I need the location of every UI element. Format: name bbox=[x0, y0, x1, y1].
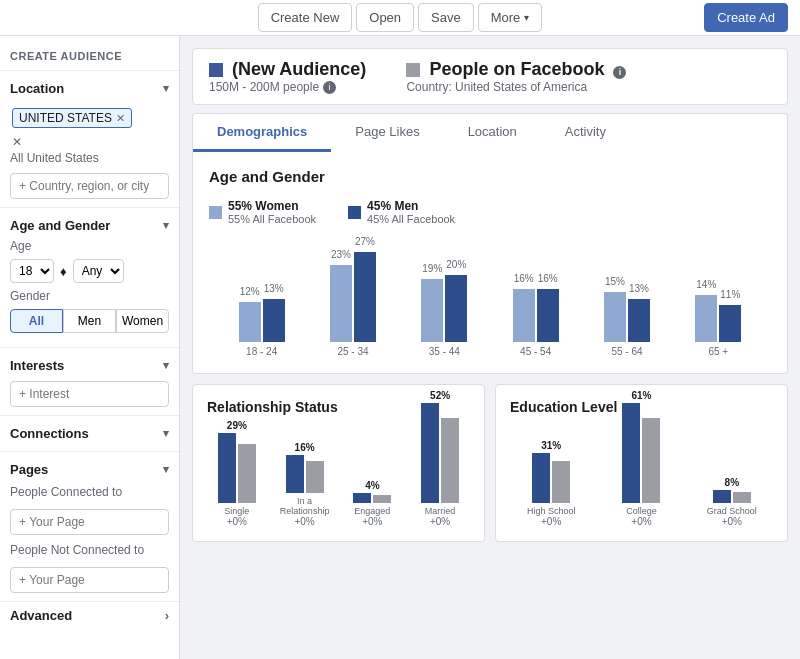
bar-group: 15%13%55 - 64 bbox=[584, 292, 669, 357]
advanced-row[interactable]: Advanced › bbox=[0, 601, 179, 629]
gender-row: All Men Women bbox=[10, 309, 169, 333]
age-gender-chart: 12%13%18 - 2423%27%25 - 3419%20%35 - 441… bbox=[209, 237, 771, 357]
women-bar: 16% bbox=[513, 289, 535, 342]
tab-activity[interactable]: Activity bbox=[541, 114, 630, 152]
location-tag[interactable]: UNITED STATES ✕ bbox=[12, 108, 132, 128]
facebook-label: People on Facebook i bbox=[406, 59, 626, 80]
chevron-down-icon: ▾ bbox=[163, 427, 169, 440]
sidebar-connections-section: Connections ▾ bbox=[0, 415, 179, 451]
interests-label: Interests bbox=[10, 358, 64, 373]
audience-indicator-blue bbox=[209, 63, 223, 77]
sidebar-interests-section: Interests ▾ bbox=[0, 347, 179, 415]
location-label: Location bbox=[10, 81, 64, 96]
audience-indicator-grey bbox=[406, 63, 420, 77]
audience-info-icon[interactable]: i bbox=[323, 81, 336, 94]
chevron-down-icon: ▾ bbox=[524, 12, 529, 23]
age-from-select[interactable]: 18 bbox=[10, 259, 54, 283]
bar-group: 14%11%65 + bbox=[676, 295, 761, 357]
chevron-down-icon: ▾ bbox=[163, 82, 169, 95]
sidebar-age-gender-section: Age and Gender ▾ Age 18 ♦ Any Gender All… bbox=[0, 207, 179, 347]
list-item: 61%College+0% bbox=[600, 390, 682, 527]
interests-header[interactable]: Interests ▾ bbox=[10, 356, 169, 375]
people-connected-label: People Connected to bbox=[10, 485, 169, 499]
people-connected-input[interactable] bbox=[10, 509, 169, 535]
more-button[interactable]: More ▾ bbox=[478, 3, 543, 32]
fb-info-icon[interactable]: i bbox=[613, 66, 626, 79]
bar-group: 12%13%18 - 24 bbox=[219, 299, 304, 357]
women-bar: 12% bbox=[239, 302, 261, 342]
women-bar: 14% bbox=[695, 295, 717, 342]
bottom-charts: Relationship Status 29%Single+0%16%In a … bbox=[192, 384, 788, 542]
gender-women-button[interactable]: Women bbox=[116, 309, 169, 333]
age-gender-chart-title: Age and Gender bbox=[209, 168, 771, 185]
age-row: 18 ♦ Any bbox=[10, 259, 169, 283]
toolbar: Create New Open Save More ▾ Create Ad bbox=[0, 0, 800, 36]
tabs-bar: Demographics Page Likes Location Activit… bbox=[192, 113, 788, 152]
tab-location[interactable]: Location bbox=[444, 114, 541, 152]
education-level-card: Education Level 31%High School+0%61%Coll… bbox=[495, 384, 788, 542]
sidebar-location-section: Location ▾ UNITED STATES ✕ ✕ All United … bbox=[0, 70, 179, 207]
age-separator: ♦ bbox=[60, 264, 67, 279]
location-tag-remove[interactable]: ✕ bbox=[116, 112, 125, 125]
gender-all-button[interactable]: All bbox=[10, 309, 63, 333]
age-to-select[interactable]: Any bbox=[73, 259, 124, 283]
tab-demographics[interactable]: Demographics bbox=[193, 114, 331, 152]
list-item: 16%In a Relationship+0% bbox=[275, 442, 335, 527]
audience-header: (New Audience) 150M - 200M people i Peop… bbox=[192, 48, 788, 105]
men-bar: 20% bbox=[445, 275, 467, 342]
gender-men-button[interactable]: Men bbox=[63, 309, 116, 333]
women-bar: 15% bbox=[604, 292, 626, 342]
create-new-button[interactable]: Create New bbox=[258, 3, 353, 32]
bar-group: 19%20%35 - 44 bbox=[402, 275, 487, 357]
bar-group: 16%16%45 - 54 bbox=[493, 289, 578, 357]
location-tag-text: UNITED STATES bbox=[19, 111, 112, 125]
open-button[interactable]: Open bbox=[356, 3, 414, 32]
main-layout: CREATE AUDIENCE Location ▾ UNITED STATES… bbox=[0, 36, 800, 659]
interest-input[interactable] bbox=[10, 381, 169, 407]
sidebar: CREATE AUDIENCE Location ▾ UNITED STATES… bbox=[0, 36, 180, 659]
chevron-down-icon: ▾ bbox=[163, 219, 169, 232]
age-gender-header[interactable]: Age and Gender ▾ bbox=[10, 216, 169, 235]
age-label: Age bbox=[10, 239, 169, 253]
audience-country: Country: United States of America bbox=[406, 80, 626, 94]
women-legend-label: 55% Women bbox=[228, 199, 316, 213]
relationship-chart: 29%Single+0%16%In a Relationship+0%4%Eng… bbox=[207, 427, 470, 527]
legend-row: 55% Women 55% All Facebook 45% Men 45% A… bbox=[209, 199, 771, 225]
list-item: 52%Married+0% bbox=[410, 390, 470, 527]
age-gender-label: Age and Gender bbox=[10, 218, 110, 233]
connections-label: Connections bbox=[10, 426, 89, 441]
men-bar: 16% bbox=[537, 289, 559, 342]
audience-name: (New Audience) bbox=[209, 59, 366, 80]
women-legend: 55% Women 55% All Facebook bbox=[209, 199, 316, 225]
location-header[interactable]: Location ▾ bbox=[10, 79, 169, 98]
gender-label: Gender bbox=[10, 289, 169, 303]
chevron-right-icon: › bbox=[165, 608, 169, 623]
women-legend-sub: 55% All Facebook bbox=[228, 213, 316, 225]
create-ad-button[interactable]: Create Ad bbox=[704, 3, 788, 32]
chevron-down-icon: ▾ bbox=[163, 463, 169, 476]
men-legend-label: 45% Men bbox=[367, 199, 455, 213]
people-not-connected-input[interactable] bbox=[10, 567, 169, 593]
tab-page-likes[interactable]: Page Likes bbox=[331, 114, 443, 152]
location-input[interactable] bbox=[10, 173, 169, 199]
men-bar: 13% bbox=[263, 299, 285, 342]
chevron-down-icon: ▾ bbox=[163, 359, 169, 372]
relationship-status-card: Relationship Status 29%Single+0%16%In a … bbox=[192, 384, 485, 542]
list-item: 29%Single+0% bbox=[207, 420, 267, 527]
men-legend-sub: 45% All Facebook bbox=[367, 213, 455, 225]
women-bar: 23% bbox=[330, 265, 352, 342]
audience-size: 150M - 200M people i bbox=[209, 80, 366, 94]
remove-location-icon[interactable]: ✕ bbox=[12, 135, 22, 149]
location-subtext: All United States bbox=[10, 149, 169, 167]
save-button[interactable]: Save bbox=[418, 3, 474, 32]
connections-header[interactable]: Connections ▾ bbox=[10, 424, 169, 443]
people-not-connected-label: People Not Connected to bbox=[10, 543, 169, 557]
pages-label: Pages bbox=[10, 462, 48, 477]
more-label: More bbox=[491, 10, 521, 25]
pages-header[interactable]: Pages ▾ bbox=[10, 460, 169, 479]
women-bar: 19% bbox=[421, 279, 443, 342]
list-item: 31%High School+0% bbox=[510, 440, 592, 527]
charts-area: Age and Gender 55% Women 55% All Faceboo… bbox=[192, 152, 788, 374]
women-legend-box bbox=[209, 206, 222, 219]
advanced-label: Advanced bbox=[10, 608, 72, 623]
